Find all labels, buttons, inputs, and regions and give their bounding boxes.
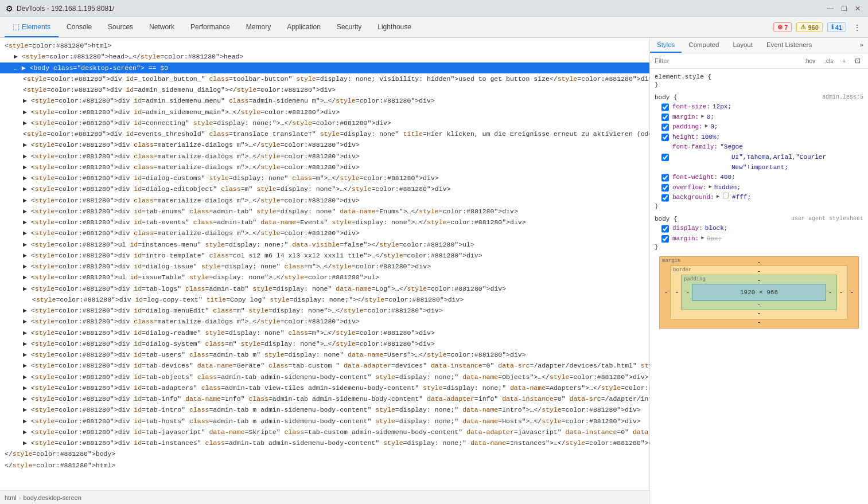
warning-icon: ⚠ — [800, 24, 806, 31]
tab-lighthouse[interactable]: Lighthouse — [369, 17, 419, 37]
tree-row[interactable]: ▶ <style=color:#881280">ul id=instances-… — [0, 239, 649, 250]
breadcrumb-body[interactable]: body.desktop-screen — [23, 494, 81, 501]
filter-hov-button[interactable]: :hov — [801, 57, 818, 65]
prop-value[interactable]: 0; — [707, 112, 714, 123]
prop-checkbox[interactable] — [661, 234, 669, 244]
tree-row[interactable]: ▶ <style=color:#881280">div class=materi… — [0, 162, 649, 173]
tree-row[interactable]: ▶ <style=color:#881280">div id=tab-devic… — [0, 360, 649, 371]
tree-row[interactable]: ▶ <style=color:#881280">div id=tab-adapt… — [0, 382, 649, 393]
prop-checkbox[interactable] — [661, 224, 669, 234]
prop-name: font-family: — [672, 142, 718, 173]
tab-computed[interactable]: Computed — [682, 38, 726, 53]
tree-row[interactable]: ▶ <style=color:#881280">div id=tab-insta… — [0, 437, 649, 448]
tree-row[interactable]: <style=color:#881280">html> — [0, 40, 649, 51]
tree-row[interactable]: <style=color:#881280">div id=_toolbar_bu… — [0, 73, 649, 84]
prop-checkbox[interactable] — [661, 173, 669, 183]
tree-row[interactable]: <style=color:#881280">div id=admin_sidem… — [0, 84, 649, 95]
prop-checkbox[interactable] — [661, 122, 669, 132]
prop-value[interactable]: #fff; — [732, 193, 751, 203]
expand-triangle-icon[interactable]: ▶ — [717, 193, 719, 203]
style-source[interactable]: admin.less:5 — [822, 94, 863, 101]
prop-value[interactable]: 12px; — [713, 102, 731, 112]
html-tree[interactable]: <style=color:#881280">html>▶ <style=colo… — [0, 38, 649, 490]
tree-row[interactable]: </style=color:#881280">html> — [0, 460, 649, 471]
tree-row[interactable]: ▶ <style=color:#881280">div id=admin_sid… — [0, 107, 649, 118]
color-swatch[interactable] — [723, 193, 729, 198]
tree-row[interactable]: ▶ <style=color:#881280">div id=connectin… — [0, 118, 649, 128]
tree-row[interactable]: ▶ <style=color:#881280">div id=dialog-ed… — [0, 183, 649, 194]
tree-row[interactable]: ▶ <style=color:#881280">div id=admin_sid… — [0, 95, 649, 106]
tree-row[interactable]: ▶ <style=color:#881280">div id=dialog-re… — [0, 327, 649, 338]
tree-row[interactable]: ▶ <style=color:#881280">div id=dialog-sy… — [0, 338, 649, 349]
tree-row[interactable]: ▶ <style=color:#881280">div id=tab-enums… — [0, 206, 649, 217]
prop-checkbox[interactable] — [661, 183, 669, 193]
prop-checkbox[interactable] — [661, 102, 669, 112]
maximize-button[interactable]: ☐ — [839, 4, 848, 13]
error-badge[interactable]: ⊗ 7 — [773, 22, 792, 32]
tree-row[interactable]: ▶ <style=color:#881280">div class=materi… — [0, 195, 649, 206]
tree-row[interactable]: ▶ <style=color:#881280">div class=materi… — [0, 139, 649, 150]
tab-memory-label: Memory — [246, 23, 271, 31]
tree-row[interactable]: <style=color:#881280">div id=events_thre… — [0, 128, 649, 139]
prop-value[interactable]: 400; — [720, 173, 735, 183]
filter-layout-button[interactable]: ⊡ — [852, 56, 863, 66]
tab-layout[interactable]: Layout — [726, 38, 760, 53]
tree-row[interactable]: ▶ <style=color:#881280">div id=tab-javas… — [0, 427, 649, 437]
expand-triangle-icon[interactable]: ▶ — [701, 112, 704, 123]
margin-top: - — [662, 259, 856, 265]
prop-value[interactable]: 0; — [710, 122, 718, 132]
tab-elements[interactable]: ⬚ Elements — [5, 17, 59, 37]
expand-triangle-icon[interactable]: ▶ — [709, 183, 711, 193]
prop-value[interactable]: 8px; — [707, 234, 722, 244]
prop-value[interactable]: block; — [705, 224, 728, 234]
tree-row[interactable]: ▶ <style=color:#881280">div class=materi… — [0, 151, 649, 162]
tab-console[interactable]: Console — [59, 17, 100, 37]
expand-triangle-icon[interactable]: ▶ — [701, 234, 704, 244]
prop-checkbox[interactable] — [661, 132, 669, 143]
filter-cls-button[interactable]: .cls — [822, 57, 836, 65]
tab-network[interactable]: Network — [141, 17, 182, 37]
filter-input[interactable] — [655, 57, 798, 64]
tree-row[interactable]: ▶ <style=color:#881280">div id=tab-logs"… — [0, 283, 649, 294]
tab-security[interactable]: Security — [329, 17, 369, 37]
tree-row[interactable]: ▶ <style=color:#881280">div id=intro-tem… — [0, 250, 649, 261]
tree-row[interactable]: ▶ <style=color:#881280">div id=tab-hosts… — [0, 416, 649, 427]
padding-sides: - 1920 × 966 - — [684, 284, 834, 301]
tree-row[interactable]: </style=color:#881280">body> — [0, 448, 649, 459]
tree-row[interactable]: ▶ <style=color:#881280">div id=dialog-me… — [0, 305, 649, 316]
tree-row[interactable]: ▶ <style=color:#881280">div class=materi… — [0, 316, 649, 327]
prop-value[interactable]: hidden; — [714, 183, 741, 193]
prop-checkbox[interactable] — [661, 142, 669, 173]
tab-performance[interactable]: Performance — [182, 17, 238, 37]
tree-row[interactable]: ▶ <style=color:#881280">div class=materi… — [0, 228, 649, 239]
tree-row[interactable]: ▶ <style=color:#881280">div id=tab-event… — [0, 217, 649, 228]
tree-row[interactable]: ▶ <style=color:#881280">div id=dialog-is… — [0, 261, 649, 272]
minimize-button[interactable]: — — [826, 4, 835, 13]
tree-row[interactable]: <style=color:#881280">div id=log-copy-te… — [0, 294, 649, 305]
prop-value[interactable]: "Segoe UI",Tahoma,Arial,"Courier New"!im… — [720, 142, 826, 173]
filter-add-button[interactable]: + — [839, 57, 848, 65]
tab-application[interactable]: Application — [279, 17, 329, 37]
settings-icon[interactable]: ⋮ — [851, 22, 863, 33]
expand-triangle-icon[interactable]: ▶ — [705, 122, 708, 132]
tree-row[interactable]: … ▶ <body class="desktop-screen"> == $0 — [0, 62, 649, 73]
tree-row[interactable]: ▶ <style=color:#881280">div id=tab-users… — [0, 349, 649, 360]
tree-row[interactable]: ▶ <style=color:#881280">div id=tab-objec… — [0, 372, 649, 382]
tab-memory[interactable]: Memory — [238, 17, 279, 37]
tree-row[interactable]: ▶ <style=color:#881280">div id=tab-info"… — [0, 393, 649, 404]
close-button[interactable]: ✕ — [853, 4, 862, 13]
info-badge[interactable]: ℹ 41 — [827, 22, 846, 32]
breadcrumb-html[interactable]: html — [5, 494, 17, 501]
tree-row[interactable]: ▶ <style=color:#881280">head>…</style=co… — [0, 51, 649, 62]
tab-sources[interactable]: Sources — [100, 17, 141, 37]
prop-value[interactable]: 100%; — [701, 132, 720, 143]
tree-row[interactable]: ▶ <style=color:#881280">div id=tab-intro… — [0, 404, 649, 415]
prop-checkbox[interactable] — [661, 193, 669, 203]
tab-styles[interactable]: Styles — [650, 38, 682, 53]
prop-checkbox[interactable] — [661, 112, 669, 123]
warning-badge[interactable]: ⚠ 960 — [796, 22, 822, 32]
tab-event-listeners[interactable]: Event Listeners — [760, 38, 819, 53]
tab-more[interactable]: » — [855, 38, 868, 53]
tree-row[interactable]: ▶ <style=color:#881280">ul id=issueTable… — [0, 272, 649, 283]
tree-row[interactable]: ▶ <style=color:#881280">div id=dialog-cu… — [0, 173, 649, 183]
